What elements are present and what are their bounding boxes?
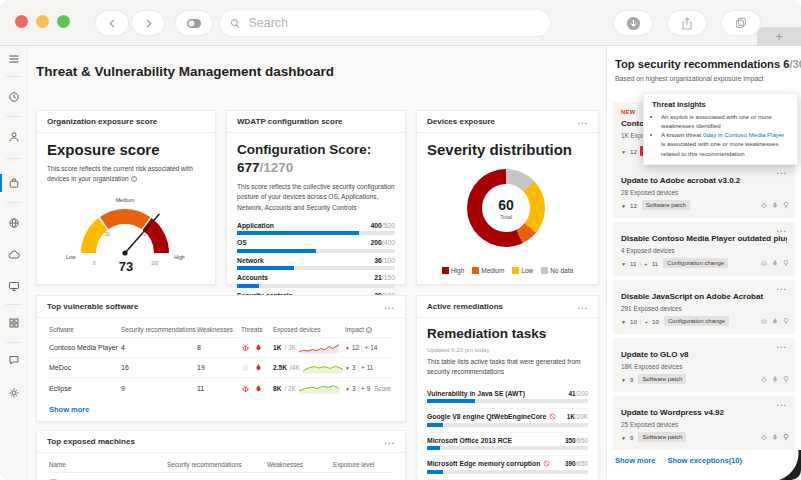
clock-icon (8, 91, 20, 103)
address-search-bar[interactable] (220, 10, 550, 36)
show-more-link[interactable]: Show more (49, 405, 89, 414)
remediation-type-tag: Software patch (638, 432, 686, 442)
search-input[interactable] (246, 15, 540, 31)
trend-down-icon (621, 318, 627, 325)
new-badge: NEW (621, 109, 636, 115)
sidebar-toggle-button[interactable] (176, 11, 212, 35)
software-table-header: SoftwareSecurity recommendationsWeakness… (49, 318, 393, 338)
config-category-row[interactable]: OS200/400 (237, 239, 395, 253)
remediation-type-tag: Software patch (638, 374, 686, 384)
exploit-bug-icon (760, 201, 768, 209)
recommendation-meta: 10 10 Configuration change (621, 316, 790, 326)
trend-down-icon (621, 376, 627, 383)
recommendation-card[interactable]: ... Update to Wordpress v4.92 25 Exposed… (613, 396, 795, 450)
config-category-row[interactable]: Network36/100 (237, 257, 395, 271)
show-more-link[interactable]: Show more (615, 456, 655, 465)
machines-table-header: NameSecurity recommendationsWeaknessesEx… (49, 453, 393, 473)
exploit-bug-icon (760, 259, 768, 267)
svg-text:70: 70 (141, 232, 147, 237)
recommendation-count-total: /30 (789, 58, 801, 70)
software-table-row[interactable]: Contoso Media Player 4 8 1K / 3K 1214 (49, 338, 393, 358)
card-menu-button[interactable]: ... (384, 437, 395, 446)
card-menu-button[interactable]: ... (776, 167, 787, 176)
card-menu-button[interactable]: ... (577, 117, 588, 126)
sidebar-item-network[interactable] (0, 212, 28, 234)
exposed-devices-label: 4 Exposed devices (621, 247, 675, 254)
exposure-score-card: Organization exposure score Exposure sco… (36, 110, 216, 285)
share-button[interactable] (668, 11, 706, 35)
sidebar-item-settings[interactable] (0, 382, 28, 404)
recommendation-card[interactable]: ... Disable Contoso Media Player outdate… (613, 222, 795, 276)
card-menu-button[interactable]: ... (776, 225, 787, 234)
new-tab-button[interactable]: + (757, 27, 801, 46)
insights-lightbulb-icon[interactable] (782, 201, 790, 209)
remediation-task[interactable]: Vulnerability in Java SE (AWT)41/200 (427, 386, 588, 404)
recommendation-card[interactable]: ... Update to Adobe acrobat v3.0.2 28 Ex… (613, 164, 795, 218)
chevron-right-icon (144, 19, 153, 28)
card-header-label: Devices exposure (427, 117, 495, 126)
insights-lightbulb-icon[interactable] (782, 433, 790, 441)
gear-icon (8, 387, 20, 399)
recommendation-meta: 9 Software patch (621, 432, 790, 442)
remediation-task[interactable]: Microsoft Edge memory corruption390/650 (427, 455, 588, 474)
monitor-icon (8, 280, 20, 292)
remediation-task[interactable]: Google V8 engine QtWebEngineCore1K/20K (427, 408, 588, 427)
threat-flame-icon (771, 317, 779, 325)
sidebar-item-messages[interactable] (0, 349, 28, 371)
close-window-button[interactable] (15, 15, 28, 28)
tabs-overview-button[interactable] (722, 11, 760, 35)
menu-icon[interactable] (0, 48, 28, 70)
software-table-row[interactable]: Eclipse 9 11 8K / 2K 39Score (49, 378, 393, 398)
card-menu-button[interactable]: ... (577, 302, 588, 311)
recommendation-card[interactable]: ... Disable JavaScript on Adobe Acrobat … (613, 280, 795, 334)
sidebar-item-dashboards[interactable] (0, 86, 28, 108)
config-category-row[interactable]: Accounts21/150 (237, 274, 395, 288)
machine-row[interactable]: cont-imogenfost 4 4 High (49, 473, 393, 480)
page-title: Threat & Vulnerability Management dashbo… (36, 64, 334, 79)
exploit-bug-icon (241, 384, 250, 393)
threat-link[interactable]: 0day in Contoso Media Player (703, 131, 784, 138)
browser-window: + Threat & Vulnerability Management dash… (0, 0, 801, 480)
maximize-window-button[interactable] (57, 15, 70, 28)
sidebar-item-security-center[interactable] (0, 172, 28, 194)
trend-down-icon (621, 148, 627, 155)
remediation-type-tag: Configuration change (663, 258, 728, 268)
sidebar-item-apps[interactable] (0, 312, 28, 334)
exploit-bug-icon (241, 343, 250, 352)
exposed-devices-label: 25 Exposed devices (621, 421, 678, 428)
tabs-icon (735, 17, 747, 29)
insights-lightbulb-icon[interactable] (782, 375, 790, 383)
card-menu-button[interactable]: ... (384, 302, 395, 311)
forward-button[interactable] (132, 11, 164, 35)
top-vulnerable-software-card: Top vulnerable software... SoftwareSecur… (36, 295, 406, 422)
globe-icon (8, 217, 20, 229)
card-menu-button[interactable]: ... (776, 283, 787, 292)
configuration-score-total: /1270 (260, 160, 294, 175)
insights-lightbulb-icon[interactable] (782, 317, 790, 325)
insights-lightbulb-icon[interactable] (782, 259, 790, 267)
legend-swatch-low (512, 267, 519, 274)
card-menu-button[interactable]: ... (776, 399, 787, 408)
minimize-window-button[interactable] (36, 15, 49, 28)
software-table-row[interactable]: MeDoc 16 19 2.5K/4K 311 (49, 358, 393, 378)
card-header-label: Top vulnerable software (47, 302, 138, 311)
browser-toolbar: + (0, 0, 801, 46)
threat-flame-icon (254, 363, 263, 372)
trend-sparkline-red (299, 342, 339, 354)
top-exposed-machines-card: Top exposed machines... NameSecurity rec… (36, 430, 406, 480)
recommendation-card[interactable]: ... Update to GLO v8 18K Exposed devices… (613, 338, 795, 392)
window-corner-shadow (767, 450, 801, 480)
remediation-task[interactable]: Microsoft Office 2013 RCE350/650 (427, 432, 588, 451)
back-button[interactable] (96, 11, 128, 35)
downloads-button[interactable] (614, 11, 652, 35)
card-menu-button[interactable]: ... (776, 341, 787, 350)
config-category-row[interactable]: Application400/520 (237, 222, 395, 236)
search-icon (230, 18, 240, 29)
info-icon[interactable] (366, 327, 372, 333)
threat-flame-icon (771, 259, 779, 267)
show-exceptions-link[interactable]: Show exceptions(10) (667, 456, 742, 465)
sidebar-item-users[interactable] (0, 126, 28, 148)
sidebar-item-cloud[interactable] (0, 244, 28, 266)
sidebar-item-devices[interactable] (0, 275, 28, 297)
info-icon[interactable] (131, 176, 137, 182)
